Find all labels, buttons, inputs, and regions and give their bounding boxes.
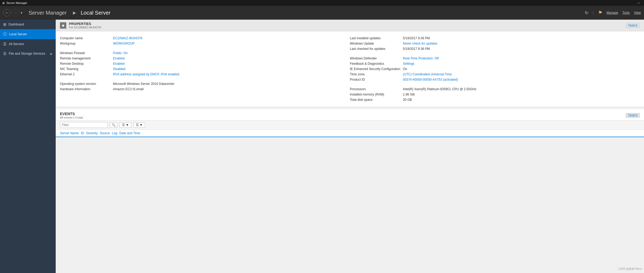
sidebar-item-file-storage[interactable]: ☰ File and Storage Services ▶ — [0, 49, 56, 58]
prop-windows-firewall-label: Windows Firewall — [60, 51, 113, 55]
prop-ie-security-value: On — [403, 67, 407, 71]
forward-button[interactable]: → — [12, 9, 19, 16]
prop-feedback-label: Feedback & Diagnostics — [350, 62, 403, 66]
prop-last-updates-label: Last installed updates — [350, 36, 403, 40]
prop-os-version-value: Microsoft Windows Server 2016 Datacenter — [113, 82, 174, 86]
properties-right-col: Last installed updates 5/19/2017 8:36 PM… — [350, 36, 640, 102]
prop-workgroup-value[interactable]: WORKGROUP — [113, 42, 134, 45]
group-dropdown-icon: ▼ — [126, 123, 129, 127]
all-servers-icon: ☰ — [3, 42, 7, 46]
prop-computer-name-label: Computer name — [60, 36, 113, 40]
nav-right: ↻ | ⚑ Manage Tools View — [585, 10, 641, 16]
file-storage-arrow: ▶ — [50, 52, 53, 55]
col-date-time[interactable]: Date and Time — [119, 131, 142, 136]
properties-grid: Computer name EC2AMAZ-I8UHO76 Workgroup … — [56, 31, 644, 107]
prop-timezone-label: Time zone — [350, 72, 403, 76]
nav-dropdown[interactable]: ▼ — [20, 11, 23, 14]
prop-processors-value: Intel(R) Xeon(R) Platinum 8259CL CPU @ 2… — [403, 87, 476, 91]
prop-windows-defender-value[interactable]: Real-Time Protection: Off — [403, 57, 439, 60]
prop-ram: Installed memory (RAM) 1.96 GB — [350, 92, 632, 97]
title-bar: 🖥 Server Manager ─ — [0, 0, 644, 6]
sidebar-item-dashboard[interactable]: ⊞ Dashboard — [0, 20, 56, 29]
prop-last-checked-value: 5/19/2017 8:36 PM — [403, 47, 430, 51]
sidebar-item-local-server[interactable]: ⓘ Local Server — [0, 29, 56, 39]
properties-subtitle: For EC2AMAZ-I8UHO76 — [69, 26, 101, 29]
prop-windows-defender-label: Windows Defender — [350, 57, 403, 60]
prop-last-checked: Last checked for updates 5/19/2017 8:36 … — [350, 46, 632, 51]
col-log[interactable]: Log — [112, 131, 119, 136]
properties-left-col: Computer name EC2AMAZ-I8UHO76 Workgroup … — [60, 36, 350, 102]
prop-disk-label: Total disk space — [350, 98, 403, 102]
refresh-button[interactable]: ↻ — [585, 10, 588, 15]
sidebar-item-all-servers[interactable]: ☰ All Servers — [0, 39, 56, 49]
properties-header-text: PROPERTIES For EC2AMAZ-I8UHO76 — [69, 22, 101, 29]
view-link[interactable]: View — [634, 11, 641, 15]
sidebar-item-file-storage-label: File and Storage Services — [9, 52, 48, 55]
prop-remote-management-label: Remote management — [60, 57, 113, 60]
prop-workgroup-label: Workgroup — [60, 42, 113, 45]
breadcrumb-current: Local Server — [81, 10, 110, 16]
group-icon: ☰ — [122, 123, 125, 127]
events-toolbar: 🔍 ☰ ▼ ☰ ▼ — [56, 120, 644, 130]
events-filter-button[interactable]: ☰ ▼ — [133, 122, 145, 128]
prop-product-id: Product ID 00376-40000-00000-AA753 (acti… — [350, 77, 632, 82]
local-server-icon: ⓘ — [3, 32, 7, 37]
prop-feedback-value[interactable]: Settings — [403, 62, 414, 66]
events-filter-input[interactable] — [60, 122, 108, 128]
prop-os-version: Operating system version Microsoft Windo… — [60, 81, 342, 86]
prop-windows-update-value[interactable]: Never check for updates — [403, 42, 437, 45]
prop-nic-teaming-value[interactable]: Disabled — [113, 67, 125, 71]
col-server-name[interactable]: Server Name — [60, 131, 81, 136]
flag-icon[interactable]: ⚑ — [598, 10, 602, 16]
title-bar-text: Server Manager — [6, 1, 27, 5]
breadcrumb-root[interactable]: Server Manager — [29, 10, 67, 16]
prop-remote-desktop: Remote Desktop Enabled — [60, 61, 342, 66]
prop-timezone-value[interactable]: (UTC) Coordinated Universal Time — [403, 72, 452, 76]
filter-icon: ☰ — [136, 123, 139, 127]
prop-product-id-label: Product ID — [350, 78, 403, 81]
events-tasks-button[interactable]: TASKS — [626, 113, 640, 118]
prop-nic-teaming-label: NIC Teaming — [60, 67, 113, 71]
prop-windows-firewall-value[interactable]: Public: On — [113, 51, 128, 55]
prop-ie-security-label: IE Enhanced Security Configuration — [350, 67, 403, 71]
prop-windows-defender: Windows Defender Real-Time Protection: O… — [350, 56, 632, 61]
prop-computer-name: Computer name EC2AMAZ-I8UHO76 — [60, 36, 342, 41]
prop-hardware-value: Amazon EC2 t3.small — [113, 87, 143, 91]
events-columns: Server Name ID Severity Source Log Date … — [56, 130, 644, 137]
events-group-button[interactable]: ☰ ▼ — [120, 122, 131, 128]
prop-computer-name-value[interactable]: EC2AMAZ-I8UHO76 — [113, 36, 142, 40]
events-filter-search-button[interactable]: 🔍 — [110, 122, 118, 128]
nav-divider: | — [593, 10, 594, 16]
nav-bar: ← → ▼ Server Manager ► Local Server ↻ | … — [0, 6, 644, 20]
prop-disk-value: 30 GB — [403, 98, 412, 102]
prop-processors: Processors Intel(R) Xeon(R) Platinum 825… — [350, 86, 632, 92]
prop-remote-management-value[interactable]: Enabled — [113, 57, 125, 60]
minimize-button[interactable]: ─ — [636, 1, 642, 5]
manage-link[interactable]: Manage — [607, 11, 618, 15]
properties-tasks-button[interactable]: TASKS — [626, 23, 640, 28]
prop-last-updates: Last installed updates 5/19/2017 8:36 PM — [350, 36, 632, 41]
prop-ram-label: Installed memory (RAM) — [350, 93, 403, 96]
properties-title: PROPERTIES — [69, 22, 101, 26]
prop-remote-management: Remote management Enabled — [60, 56, 342, 61]
prop-ethernet-value[interactable]: IPv4 address assigned by DHCP, IPv6 enab… — [113, 72, 179, 76]
prop-product-id-value[interactable]: 00376-40000-00000-AA753 (activated) — [403, 78, 458, 81]
app-icon: 🖥 — [2, 2, 5, 5]
tools-link[interactable]: Tools — [622, 11, 630, 15]
prop-os-version-label: Operating system version — [60, 82, 113, 86]
properties-section: ■ PROPERTIES For EC2AMAZ-I8UHO76 TASKS C… — [56, 20, 644, 107]
col-severity[interactable]: Severity — [86, 131, 100, 136]
back-button[interactable]: ← — [3, 9, 11, 16]
prop-windows-firewall: Windows Firewall Public: On — [60, 50, 342, 56]
col-id[interactable]: ID — [81, 131, 86, 136]
prop-ie-security: IE Enhanced Security Configuration On — [350, 66, 632, 72]
watermark: CSDN @菜菜TiAmo — [618, 267, 642, 271]
col-source[interactable]: Source — [100, 131, 112, 136]
prop-windows-update: Windows Update Never check for updates — [350, 41, 632, 46]
filter-dropdown-icon: ▼ — [140, 123, 143, 127]
prop-remote-desktop-label: Remote Desktop — [60, 62, 113, 66]
prop-ethernet-label: Ethernet 2 — [60, 72, 113, 76]
prop-remote-desktop-value[interactable]: Enabled — [113, 62, 125, 66]
breadcrumb: Server Manager ► Local Server — [27, 10, 585, 16]
events-section: EVENTS All events | 0 total TASKS 🔍 ☰ ▼ … — [56, 109, 644, 137]
